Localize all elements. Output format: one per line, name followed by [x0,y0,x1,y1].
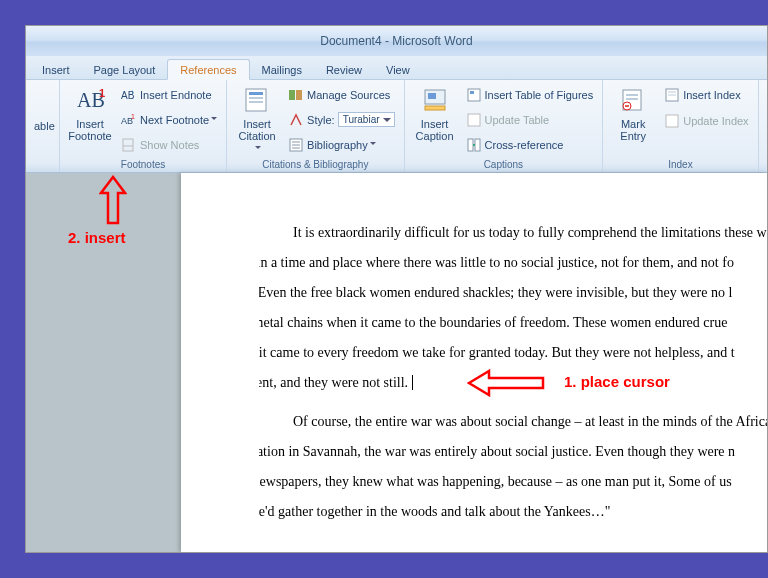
svg-rect-12 [289,90,295,100]
annotation-arrow-step1 [467,369,545,397]
mark-citation-button[interactable]: Mark Citation [763,82,768,169]
insert-footnote-button[interactable]: AB1 Insert Footnote [64,82,116,158]
mark-entry-button[interactable]: Mark Entry [607,82,659,158]
document-title: Document4 [320,34,381,48]
svg-text:1: 1 [99,87,105,99]
bibliography-icon [288,137,304,153]
ribbon-tabs: Insert Page Layout References Mailings R… [26,56,767,80]
insert-citation-button[interactable]: Insert Citation [231,82,283,158]
tab-insert[interactable]: Insert [30,60,82,79]
insert-index-button[interactable]: Insert Index [661,86,751,104]
svg-rect-20 [425,106,445,110]
chevron-down-icon [253,142,261,154]
table-of-figures-icon [466,87,482,103]
update-index-icon [664,113,680,129]
title-bar: Document4 - Microsoft Word [26,26,767,56]
insert-table-of-figures-button[interactable]: Insert Table of Figures [463,86,597,104]
endnote-icon: ABi [121,87,137,103]
svg-rect-13 [296,90,302,100]
citation-style-row: Style: Turabiar [285,111,397,129]
svg-rect-6 [123,139,133,151]
manage-sources-button[interactable]: Manage Sources [285,86,397,104]
caption-icon [419,84,451,116]
update-table-icon [466,112,482,128]
svg-rect-24 [468,139,473,151]
insert-caption-button[interactable]: Insert Caption [409,82,461,158]
citation-icon [241,84,273,116]
update-table-button[interactable]: Update Table [463,111,597,129]
svg-rect-22 [470,91,474,94]
svg-text:i: i [132,89,133,95]
svg-rect-21 [468,89,480,101]
svg-rect-34 [666,115,678,127]
mark-entry-icon [617,84,649,116]
svg-rect-23 [468,114,480,126]
index-group-label: Index [607,158,753,172]
svg-text:1: 1 [131,113,135,120]
svg-rect-9 [249,92,263,95]
svg-rect-10 [249,97,263,99]
next-footnote-icon: AB1 [121,112,137,128]
update-index-button[interactable]: Update Index [661,112,751,130]
style-icon [288,112,304,128]
annotation-arrow-step2 [99,175,127,225]
workspace: It is extraordinarily difficult for us t… [26,173,767,552]
document-page[interactable]: It is extraordinarily difficult for us t… [181,173,767,552]
tab-view[interactable]: View [374,60,422,79]
insert-index-icon [664,87,680,103]
svg-rect-25 [475,139,480,151]
annotation-label-step1: 1. place cursor [564,373,670,390]
show-notes-icon [121,137,137,153]
manage-sources-icon [288,87,304,103]
citation-style-select[interactable]: Turabiar [338,112,395,127]
text-cursor [408,375,413,390]
bibliography-button[interactable]: Bibliography [285,136,397,154]
footnotes-group-label: Footnotes [64,158,222,172]
show-notes-button[interactable]: Show Notes [118,136,220,154]
svg-rect-19 [428,93,436,99]
toc-partial[interactable]: able [30,82,59,169]
svg-rect-27 [626,94,638,96]
footnote-icon: AB1 [74,84,106,116]
next-footnote-button[interactable]: AB1 Next Footnote [118,111,220,129]
tab-review[interactable]: Review [314,60,374,79]
tab-mailings[interactable]: Mailings [250,60,314,79]
annotation-label-step2: 2. insert [68,229,126,246]
cross-reference-icon [466,137,482,153]
tab-page-layout[interactable]: Page Layout [82,60,168,79]
tab-references[interactable]: References [167,59,249,80]
citations-group-label: Citations & Bibliography [231,158,399,172]
ribbon: able AB1 Insert Footnote ABi Insert Endn… [26,80,767,173]
insert-endnote-button[interactable]: ABi Insert Endnote [118,86,220,104]
svg-rect-11 [249,101,263,103]
app-name: Microsoft Word [392,34,472,48]
cross-reference-button[interactable]: Cross-reference [463,136,597,154]
svg-rect-28 [626,98,638,100]
captions-group-label: Captions [409,158,599,172]
